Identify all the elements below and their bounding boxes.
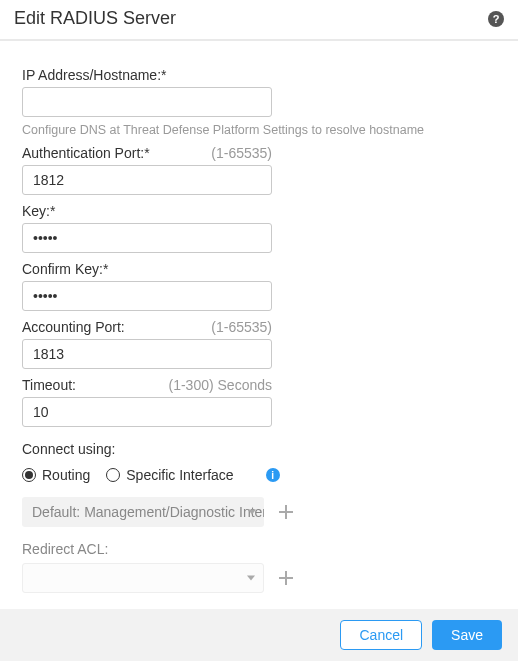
hint-timeout: (1-300) Seconds: [168, 377, 272, 393]
radio-specific-interface[interactable]: Specific Interface: [106, 467, 233, 483]
hint-acct-port: (1-65535): [211, 319, 272, 335]
cancel-button[interactable]: Cancel: [340, 620, 422, 650]
input-auth-port[interactable]: [22, 165, 272, 195]
help-icon[interactable]: ?: [488, 11, 504, 27]
radio-routing-label: Routing: [42, 467, 90, 483]
input-confirm-key[interactable]: [22, 281, 272, 311]
hint-auth-port: (1-65535): [211, 145, 272, 161]
radio-routing[interactable]: Routing: [22, 467, 90, 483]
label-ip-hostname: IP Address/Hostname:*: [22, 67, 166, 83]
add-redirect-acl-button[interactable]: [278, 570, 294, 586]
field-ip-hostname: IP Address/Hostname:* Configure DNS at T…: [22, 67, 496, 137]
dialog-title: Edit RADIUS Server: [14, 8, 176, 29]
redirect-acl-dropdown[interactable]: [22, 563, 264, 593]
connect-radio-group: Routing Specific Interface i: [22, 467, 496, 483]
helper-ip-hostname: Configure DNS at Threat Defense Platform…: [22, 123, 496, 137]
label-key: Key:*: [22, 203, 55, 219]
label-acct-port: Accounting Port:: [22, 319, 125, 335]
chevron-down-icon: [247, 576, 255, 581]
input-acct-port[interactable]: [22, 339, 272, 369]
add-interface-button[interactable]: [278, 504, 294, 520]
interface-dropdown-row: Default: Management/Diagnostic Interface: [22, 497, 496, 527]
input-key[interactable]: [22, 223, 272, 253]
label-redirect-acl: Redirect ACL:: [22, 541, 496, 557]
field-acct-port: Accounting Port: (1-65535): [22, 319, 496, 369]
field-auth-port: Authentication Port:* (1-65535): [22, 145, 496, 195]
chevron-down-icon: [248, 510, 256, 515]
input-ip-hostname[interactable]: [22, 87, 272, 117]
redirect-dropdown-row: [22, 563, 496, 593]
dialog-header: Edit RADIUS Server ?: [0, 0, 518, 41]
label-auth-port: Authentication Port:*: [22, 145, 150, 161]
radio-specific-label: Specific Interface: [126, 467, 233, 483]
input-timeout[interactable]: [22, 397, 272, 427]
field-timeout: Timeout: (1-300) Seconds: [22, 377, 496, 427]
radio-specific-circle: [106, 468, 120, 482]
dialog-footer: Cancel Save: [0, 609, 518, 661]
label-timeout: Timeout:: [22, 377, 76, 393]
radio-routing-circle: [22, 468, 36, 482]
label-connect-using: Connect using:: [22, 441, 496, 457]
interface-dropdown[interactable]: Default: Management/Diagnostic Interface: [22, 497, 264, 527]
field-key: Key:*: [22, 203, 496, 253]
info-icon[interactable]: i: [266, 468, 280, 482]
save-button[interactable]: Save: [432, 620, 502, 650]
interface-dropdown-value: Default: Management/Diagnostic Interface: [32, 504, 264, 520]
form-area: IP Address/Hostname:* Configure DNS at T…: [0, 41, 518, 609]
label-confirm-key: Confirm Key:*: [22, 261, 108, 277]
field-confirm-key: Confirm Key:*: [22, 261, 496, 311]
